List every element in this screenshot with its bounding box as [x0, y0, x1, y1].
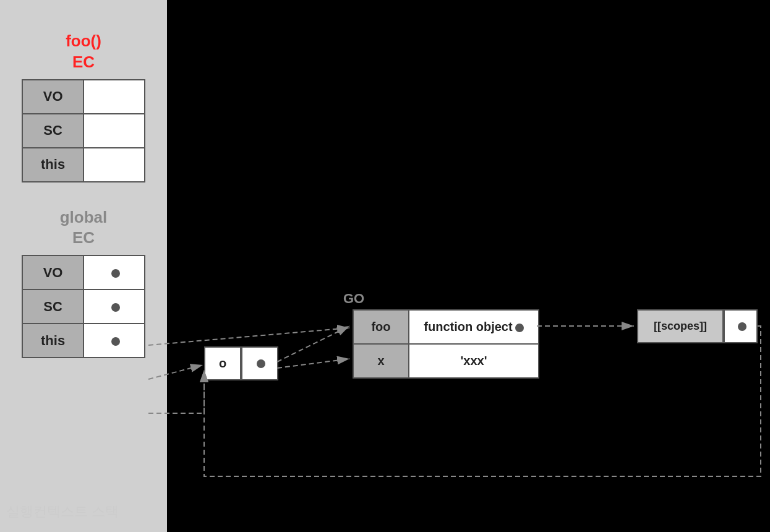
scopes-box: [[scopes]] [637, 309, 758, 343]
sc-dot-icon [111, 303, 120, 312]
go-table: foo function object x 'xxx' [353, 309, 539, 379]
go-x-value: 'xxx' [409, 344, 539, 378]
obj-dot [241, 346, 278, 380]
obj-label: o [204, 346, 241, 380]
scopes-dot [724, 309, 758, 343]
global-ec-row-sc: SC [22, 290, 145, 324]
stack-label: 실행컨텍스트 스택 [6, 502, 119, 521]
foo-ec-vo-value [83, 80, 145, 114]
global-ec-sc-dot [83, 290, 145, 324]
scopes-dot-icon [738, 322, 746, 331]
go-foo-key: foo [353, 310, 409, 344]
go-x-key: x [353, 344, 409, 378]
foo-ec-sc-label: SC [22, 114, 83, 148]
foo-ec-title-line2: EC [72, 53, 95, 71]
foo-ec-row-sc: SC [22, 114, 145, 148]
go-foo-value: function object [409, 310, 539, 344]
function-object-dot-icon [515, 324, 524, 332]
global-ec-vo-label: VO [22, 255, 83, 290]
foo-ec-table: VO SC this [22, 79, 145, 182]
foo-ec-row-vo: VO [22, 80, 145, 114]
foo-ec-this-label: this [22, 148, 83, 182]
scopes-label: [[scopes]] [637, 309, 724, 343]
go-row-foo: foo function object [353, 310, 539, 344]
global-ec-row-vo: VO [22, 255, 145, 290]
global-ec-row-this: this [22, 324, 145, 358]
left-panel: foo() EC VO SC this global EC VO SC [0, 0, 167, 532]
foo-ec-row-this: this [22, 148, 145, 182]
global-ec-title-line1: global [60, 208, 108, 226]
foo-ec-label: foo() EC [0, 0, 167, 79]
foo-ec-vo-label: VO [22, 80, 83, 114]
go-row-x: x 'xxx' [353, 344, 539, 378]
global-ec-this-dot [83, 324, 145, 358]
global-ec-this-label: this [22, 324, 83, 358]
foo-ec-this-value [83, 148, 145, 182]
go-label: GO [343, 291, 364, 307]
global-ec-vo-dot [83, 255, 145, 290]
global-ec-table: VO SC this [22, 255, 145, 358]
arrows-svg [167, 0, 770, 532]
foo-ec-sc-value [83, 114, 145, 148]
foo-ec-title-line1: foo() [66, 32, 101, 50]
global-ec-label: global EC [0, 182, 167, 255]
diagram-area: GO foo function object x 'xxx' o [[scope… [167, 0, 770, 532]
obj-dot-icon [257, 359, 265, 368]
global-ec-title-line2: EC [72, 228, 95, 247]
vo-dot-icon [111, 269, 120, 278]
global-ec-sc-label: SC [22, 290, 83, 324]
this-dot-icon [111, 337, 120, 346]
obj-box: o [204, 346, 278, 380]
